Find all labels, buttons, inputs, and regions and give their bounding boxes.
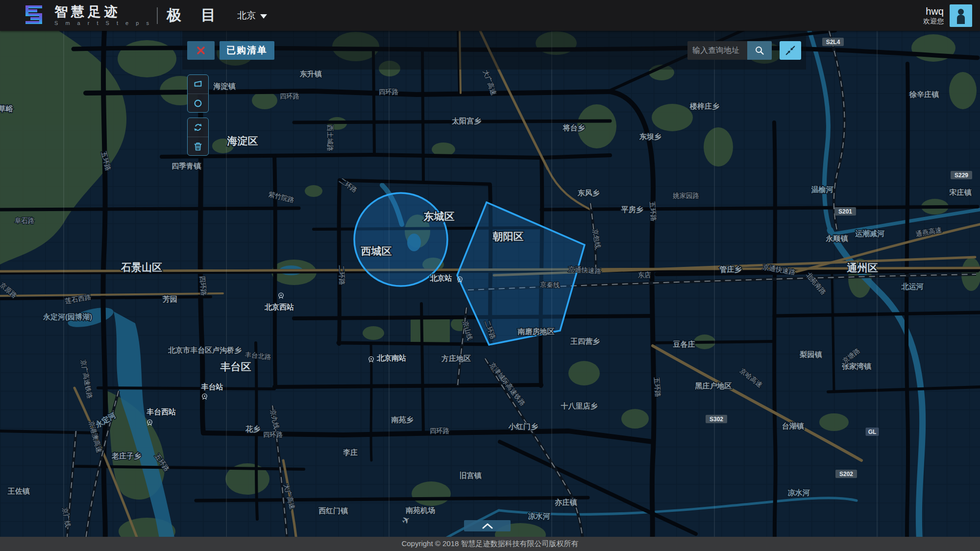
map-label: 东城区 [423,211,455,222]
map-label: 丰台西站 [147,407,176,416]
map-label: 丰台站 [201,383,223,391]
map-label: 管庄乡 [719,265,742,273]
search-group [687,41,801,60]
map-label: 二环路 [338,265,345,285]
map-label: 北京西站 [264,303,294,311]
map-label: 石景山区 [121,262,162,273]
search-icon [755,46,764,55]
map-label: 老庄子乡 [111,452,141,460]
map-label: 芳园 [162,295,177,303]
chevron-up-icon [482,523,493,529]
map-label: 草峪 [0,104,13,113]
circle-draw-icon [193,98,203,109]
map-label: 四环路 [263,431,283,438]
smartsteps-logo-icon [22,4,46,27]
draw-circle-button[interactable] [188,94,208,112]
map-label: 李庄 [343,448,358,456]
map-toolbar-panel: 已购清单 [182,31,806,70]
svg-text:S2L4: S2L4 [826,39,840,46]
map-label: 王四营乡 [570,337,600,345]
polygon-draw-icon [193,79,203,90]
map-label: 王佐镇 [7,487,30,495]
brand: 智慧足迹 S m a r t S t e p s [54,5,152,26]
map-label: 永顺镇 [826,234,849,242]
map-label: 平房乡 [621,205,643,214]
svg-text:S229: S229 [955,172,968,179]
brand-name-en: S m a r t S t e p s [54,20,152,26]
person-icon [954,7,968,24]
map-label: 阜石路 [15,217,35,224]
map-label: 凉水河 [788,488,810,497]
road-badge: GL [866,428,879,436]
map-label: 东升镇 [299,70,322,78]
city-selector[interactable]: 北京 [237,9,267,22]
map-label: 丰台区 [220,361,251,372]
map-label: 徐辛庄镇 [909,90,939,98]
collapse-arrows-icon [785,45,796,56]
map-label: 亦庄镇 [555,498,578,506]
purchased-list-button[interactable]: 已购清单 [220,41,274,60]
map-label: 南苑机场 [405,506,435,514]
map-label: 北运河 [901,282,924,290]
username: hwq [923,6,944,17]
copyright-text: Copyright © 2018 智慧足迹数据科技有限公司版权所有 [401,539,578,549]
circle-selection[interactable] [354,193,447,286]
map-label: 十八里店乡 [561,402,598,410]
draw-polygon-button[interactable] [188,75,208,94]
map-label: 西城区 [361,245,392,257]
refresh-button[interactable] [188,118,208,137]
welcome-text: 欢迎您 [923,17,944,25]
map-label: 东店 [638,271,651,279]
road-badge: S202 [835,470,857,478]
delete-shapes-button[interactable] [188,137,208,155]
map-canvas[interactable]: ✈S2L4S201S229S302S202GL海淀区石景山区西城区东城区朝阳区丰… [0,0,980,551]
svg-text:S302: S302 [710,416,723,423]
map-label: 北京南站 [376,354,406,362]
road-badge: S229 [951,171,972,179]
map-label: 姚家园路 [672,192,699,199]
user-info: hwq 欢迎您 [923,6,944,25]
close-panel-button[interactable] [187,41,215,60]
brand-name-cn: 智慧足迹 [54,5,152,19]
map-label: 旧宫镇 [460,471,482,479]
road-badge: S201 [834,207,856,216]
map-label: 南磨房地区 [517,327,555,335]
map-label: 宋庄镇 [949,188,972,196]
map-label: 黑庄户地区 [695,382,732,390]
expand-bottom-panel-button[interactable] [464,520,511,531]
close-icon [196,46,205,55]
map-actions-group [187,118,209,156]
city-name: 北京 [237,9,256,22]
map-label: 东风乡 [577,189,600,197]
svg-text:S202: S202 [839,471,853,478]
svg-text:S201: S201 [838,208,852,215]
navbar: 智慧足迹 S m a r t S t e p s 极 目 北京 hwq 欢迎您 [0,0,980,31]
map-label: 北京市丰台区卢沟桥乡 [168,346,242,354]
map-label: 四环路 [379,88,399,96]
road-badge: S302 [706,415,727,423]
map-label: 四环路 [280,93,300,100]
user-avatar[interactable] [950,4,972,27]
map-label: 永定河(园博湖) [43,312,92,321]
refresh-icon [193,122,203,133]
map-label: 楼梓庄乡 [689,102,719,110]
map-label: 花乡 [245,425,260,433]
map-label: 西红门镇 [318,506,348,515]
brand-divider [157,7,158,24]
map-label: 温榆河 [811,185,834,193]
map-label: 北京站 [430,274,452,282]
map-label: 海淀区 [227,135,258,146]
draw-tools-group [187,74,209,113]
collapse-map-button[interactable] [780,41,801,60]
map-label: 通州区 [847,262,878,273]
search-button[interactable] [747,41,772,60]
chevron-down-icon [260,14,267,19]
map-label: 运潮减河 [855,229,885,238]
map-label: 将台乡 [563,123,585,132]
trash-icon [193,141,203,152]
map-label: 海淀镇 [213,82,236,90]
map-label: 太阳宫乡 [451,117,481,125]
map-label: 京秦线 [540,281,560,289]
road-badge: S2L4 [822,38,844,46]
search-input[interactable] [687,41,747,60]
